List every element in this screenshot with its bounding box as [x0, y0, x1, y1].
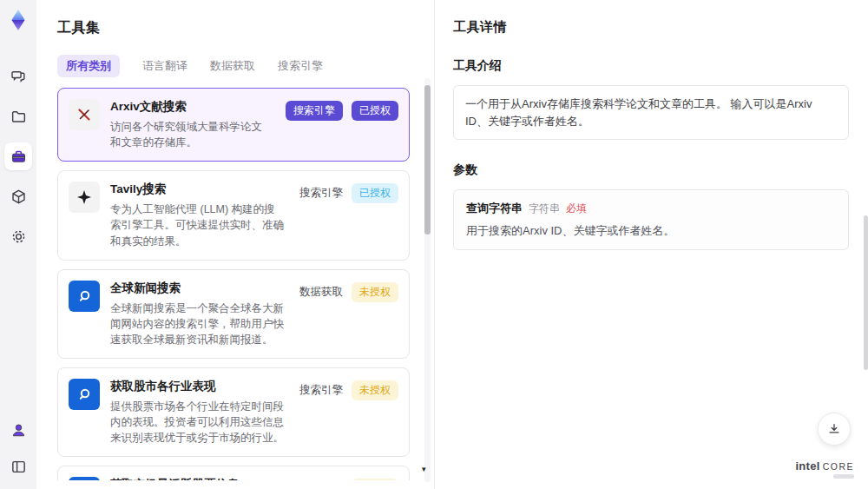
folder-icon[interactable]: [4, 102, 32, 130]
parameter-header: 查询字符串 字符串 必填: [466, 201, 836, 216]
category-tag: 搜索引擎: [286, 101, 343, 121]
auth-status-badge: 未授权: [352, 380, 398, 400]
intel-core-logo: intel CORE: [795, 459, 854, 479]
category-tag: 搜索引擎: [299, 183, 343, 203]
tool-card-2[interactable]: 全球新闻搜索全球新闻搜索是一个聚合全球各大新闻网站内容的搜索引擎，帮助用户快速获…: [57, 269, 410, 359]
parameter-description: 用于搜索的Arxiv ID、关键字或作者姓名。: [466, 223, 836, 239]
tool-tags: 搜索引擎未授权: [299, 379, 398, 446]
tool-text: 获取市场最活跃股票信息提供当天交易量最高的股票列表。投资者可以利用这些信息来识别…: [110, 477, 289, 480]
intro-heading: 工具介绍: [453, 58, 849, 74]
download-button[interactable]: [818, 413, 851, 446]
search-app-icon: [69, 281, 100, 312]
tool-card-4[interactable]: 获取市场最活跃股票信息提供当天交易量最高的股票列表。投资者可以利用这些信息来识别…: [57, 466, 410, 480]
tool-description: 全球新闻搜索是一个聚合全球各大新闻网站内容的搜索引擎，帮助用户快速获取全球最新资…: [110, 301, 284, 347]
tab-1[interactable]: 语言翻译: [142, 55, 187, 77]
category-tag: 搜索引擎: [299, 479, 343, 480]
category-tabs: 所有类别语言翻译数据获取搜索引擎: [57, 55, 434, 77]
parameter-card: 查询字符串 字符串 必填 用于搜索的Arxiv ID、关键字或作者姓名。: [453, 189, 849, 250]
page-scrollbar-thumb[interactable]: [864, 215, 868, 370]
tab-3[interactable]: 搜索引擎: [278, 55, 323, 77]
search-app-icon: [69, 477, 100, 480]
tool-description: 提供股票市场各个行业在特定时间段内的表现。投资者可以利用这些信息来识别表现优于或…: [110, 399, 284, 446]
left-rail: [0, 0, 36, 489]
tool-text: Tavily搜索专为人工智能代理 (LLM) 构建的搜索引擎工具。可快速提供实时…: [110, 182, 289, 248]
tool-tags: 搜索引擎已授权: [299, 182, 398, 248]
intel-wordmark: intel: [795, 459, 819, 472]
tab-0[interactable]: 所有类别: [57, 55, 120, 77]
tab-2[interactable]: 数据获取: [210, 55, 255, 77]
auth-status-badge: 已授权: [352, 183, 398, 203]
tools-panel: 工具集 所有类别语言翻译数据获取搜索引擎 Arxiv文献搜索访问各个研究领域大量…: [36, 0, 435, 489]
list-scrollbar-thumb[interactable]: [424, 85, 431, 235]
app-window: 工具集 所有类别语言翻译数据获取搜索引擎 Arxiv文献搜索访问各个研究领域大量…: [0, 0, 868, 489]
collapse-sidebar-icon[interactable]: [4, 453, 32, 480]
user-icon[interactable]: [4, 416, 32, 444]
tool-description: 专为人工智能代理 (LLM) 构建的搜索引擎工具。可快速提供实时、准确和真实的结…: [110, 202, 284, 248]
star-icon: [69, 182, 100, 213]
cube-icon[interactable]: [4, 182, 32, 210]
tool-text: 获取股市各行业表现提供股票市场各个行业在特定时间段内的表现。投资者可以利用这些信…: [110, 379, 289, 446]
category-tag: 数据获取: [299, 282, 343, 302]
core-wordmark: CORE: [823, 461, 854, 472]
gear-icon[interactable]: [4, 222, 32, 250]
tool-name: 获取市场最活跃股票信息: [110, 477, 284, 480]
parameter-name: 查询字符串: [466, 201, 523, 216]
core-sublabel-decoration: [833, 474, 854, 479]
details-title: 工具详情: [453, 19, 849, 36]
auth-status-badge: 未授权: [352, 282, 398, 302]
tool-name: 获取股市各行业表现: [110, 379, 284, 394]
page-title: 工具集: [57, 19, 434, 37]
tool-card-1[interactable]: Tavily搜索专为人工智能代理 (LLM) 构建的搜索引擎工具。可快速提供实时…: [57, 170, 410, 260]
chat-icon[interactable]: [4, 63, 32, 90]
arxiv-icon: [69, 99, 100, 130]
app-logo-diamond-icon: [5, 7, 31, 33]
rail-nav: [4, 63, 32, 250]
tool-description: 访问各个研究领域大量科学论文和文章的存储库。: [110, 119, 270, 150]
scroll-down-arrow-icon[interactable]: ▾: [422, 465, 426, 473]
tool-tags: 搜索引擎已授权: [286, 99, 398, 150]
rail-bottom: [4, 416, 32, 480]
list-scrollbar[interactable]: [424, 78, 431, 482]
tool-text: 全球新闻搜索全球新闻搜索是一个聚合全球各大新闻网站内容的搜索引擎，帮助用户快速获…: [110, 281, 289, 347]
toolbox-icon[interactable]: [4, 142, 32, 170]
tool-tags: 数据获取未授权: [299, 281, 398, 347]
auth-status-badge: 已授权: [352, 101, 398, 121]
tool-name: 全球新闻搜索: [110, 281, 284, 296]
parameter-type: 字符串: [529, 202, 560, 216]
params-heading: 参数: [453, 162, 849, 178]
tool-list: Arxiv文献搜索访问各个研究领域大量科学论文和文章的存储库。搜索引擎已授权Ta…: [57, 88, 434, 480]
tool-details-panel: 工具详情 工具介绍 一个用于从Arxiv存储库搜索科学论文和文章的工具。 输入可…: [436, 0, 868, 489]
tool-name: Tavily搜索: [110, 182, 284, 197]
auth-status-badge: 未授权: [352, 479, 398, 480]
search-app-icon: [69, 379, 100, 410]
tool-text: Arxiv文献搜索访问各个研究领域大量科学论文和文章的存储库。: [110, 99, 275, 150]
intro-text-box: 一个用于从Arxiv存储库搜索科学论文和文章的工具。 输入可以是Arxiv ID…: [453, 85, 849, 140]
tool-name: Arxiv文献搜索: [110, 99, 270, 115]
tool-card-0[interactable]: Arxiv文献搜索访问各个研究领域大量科学论文和文章的存储库。搜索引擎已授权: [57, 88, 410, 162]
tool-tags: 搜索引擎未授权: [299, 477, 398, 480]
parameter-required-badge: 必填: [566, 202, 587, 216]
category-tag: 搜索引擎: [299, 380, 343, 400]
tool-card-3[interactable]: 获取股市各行业表现提供股票市场各个行业在特定时间段内的表现。投资者可以利用这些信…: [57, 367, 410, 457]
